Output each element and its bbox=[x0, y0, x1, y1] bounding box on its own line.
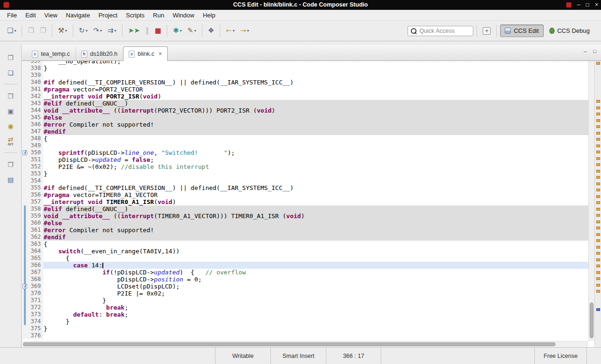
git-staging-button[interactable]: ⇄GIT bbox=[4, 135, 18, 147]
menu-view[interactable]: View bbox=[40, 11, 62, 20]
annotation-ruler-cell[interactable] bbox=[22, 184, 28, 191]
code-line[interactable]: void __attribute__ ((interrupt(PORT2_VEC… bbox=[43, 107, 588, 114]
annotation-ruler-cell[interactable] bbox=[22, 100, 28, 107]
code-line[interactable]: #error Compiler not supported! bbox=[43, 121, 588, 128]
code-line[interactable]: sprintf(pDispLCD->line_one, "Switched! "… bbox=[43, 149, 588, 156]
line-number[interactable]: 346 bbox=[28, 121, 43, 128]
line-number[interactable]: 369 bbox=[28, 283, 43, 290]
minimize-window-button[interactable]: – bbox=[577, 0, 580, 10]
warning-marker-icon[interactable] bbox=[596, 227, 600, 229]
quick-access-box[interactable] bbox=[408, 26, 473, 36]
annotation-ruler-cell[interactable] bbox=[22, 255, 28, 262]
menu-run[interactable]: Run bbox=[149, 11, 169, 20]
annotation-ruler-cell[interactable]: i bbox=[22, 283, 28, 290]
line-number[interactable]: 353 bbox=[28, 170, 43, 177]
code-line[interactable]: if(!pDispLCD->updated) { // overflow bbox=[43, 269, 588, 276]
warning-marker-icon[interactable] bbox=[596, 220, 600, 223]
quick-access-input[interactable] bbox=[419, 28, 466, 34]
line-number[interactable]: 339 bbox=[28, 72, 43, 79]
annotation-ruler-cell[interactable] bbox=[22, 241, 28, 248]
annotation-ruler-cell[interactable] bbox=[22, 86, 28, 93]
annotation-ruler-cell[interactable] bbox=[22, 177, 28, 184]
line-number[interactable]: 355 bbox=[28, 184, 43, 191]
annotation-ruler-cell[interactable] bbox=[22, 276, 28, 283]
console-button[interactable]: ▤ bbox=[4, 174, 18, 185]
annotation-ruler-cell[interactable] bbox=[22, 61, 28, 65]
back-nav-button[interactable]: ←▾ bbox=[223, 24, 237, 38]
perspective-ccs-edit[interactable]: CCS Edit bbox=[500, 24, 543, 37]
warning-marker-icon[interactable] bbox=[596, 125, 600, 128]
code-line[interactable] bbox=[43, 332, 588, 339]
close-icon[interactable]: × bbox=[159, 51, 162, 57]
annotation-ruler-cell[interactable] bbox=[22, 65, 28, 72]
annotation-ruler-cell[interactable] bbox=[22, 269, 28, 276]
code-line[interactable]: } bbox=[43, 318, 588, 325]
menu-help[interactable]: Help bbox=[199, 11, 220, 20]
warning-marker-icon[interactable] bbox=[596, 252, 600, 255]
chevron-down-icon[interactable]: ▾ bbox=[100, 29, 102, 33]
code-line[interactable]: #if defined(__TI_COMPILER_VERSION__) || … bbox=[43, 79, 588, 86]
perspective-ccs-debug[interactable]: CCS Debug bbox=[545, 24, 594, 37]
annotation-ruler-cell[interactable] bbox=[22, 332, 28, 339]
line-number[interactable]: 357 bbox=[28, 198, 43, 205]
annotation-ruler-cell[interactable] bbox=[22, 227, 28, 234]
new-target-button[interactable]: ✱▾ bbox=[170, 24, 184, 38]
info-marker-icon[interactable]: i bbox=[23, 150, 27, 155]
annotation-ruler-cell[interactable] bbox=[22, 248, 28, 255]
warning-marker-icon[interactable] bbox=[596, 62, 600, 65]
refresh-button[interactable]: ↻▾ bbox=[77, 24, 90, 38]
menu-window[interactable]: Window bbox=[169, 11, 199, 20]
stop-button[interactable]: ■ bbox=[152, 24, 163, 38]
bulb-button[interactable]: ◉ bbox=[4, 120, 18, 132]
annotation-ruler-cell[interactable] bbox=[22, 198, 28, 205]
code-line[interactable] bbox=[43, 142, 588, 149]
line-number[interactable]: 340 bbox=[28, 79, 43, 86]
line-number[interactable]: 358 bbox=[28, 205, 43, 212]
line-number[interactable]: 347 bbox=[28, 128, 43, 135]
line-number[interactable]: 349 bbox=[28, 142, 43, 149]
annotation-ruler-cell[interactable] bbox=[22, 220, 28, 227]
code-line[interactable]: P2IE &= ~(0x02); //disable this interrup… bbox=[43, 163, 588, 170]
close-window-button[interactable]: × bbox=[595, 0, 598, 10]
line-number[interactable]: 352 bbox=[28, 163, 43, 170]
annotation-ruler-cell[interactable] bbox=[22, 290, 28, 297]
code-line[interactable]: P2IE |= 0x02; bbox=[43, 290, 588, 297]
warning-marker-icon[interactable] bbox=[596, 157, 600, 160]
warning-marker-icon[interactable] bbox=[596, 246, 600, 249]
code-line[interactable]: #pragma vector=TIMER0_A1_VECTOR bbox=[43, 191, 588, 198]
chevron-down-icon[interactable]: ▾ bbox=[65, 29, 67, 33]
menu-edit[interactable]: Edit bbox=[21, 11, 40, 20]
tab-tea_temp.c[interactable]: ctea_temp.c bbox=[26, 47, 76, 61]
code-line[interactable]: #if defined(__TI_COMPILER_VERSION__) || … bbox=[43, 184, 588, 191]
line-number[interactable]: 368 bbox=[28, 276, 43, 283]
warning-marker-icon[interactable] bbox=[596, 290, 600, 293]
warning-marker-icon[interactable] bbox=[596, 163, 600, 166]
annotation-ruler-cell[interactable] bbox=[22, 297, 28, 304]
code-line[interactable]: default: break; bbox=[43, 311, 588, 318]
annotation-ruler-cell[interactable] bbox=[22, 114, 28, 121]
warning-marker-icon[interactable] bbox=[596, 258, 600, 261]
line-number[interactable]: 366 bbox=[28, 262, 43, 269]
warning-marker-icon[interactable] bbox=[596, 113, 600, 115]
fast-forward-button[interactable]: ➤➤ bbox=[126, 24, 142, 38]
code-line[interactable]: switch(__even_in_range(TA0IV,14)) bbox=[43, 248, 588, 255]
warning-marker-icon[interactable] bbox=[596, 100, 600, 103]
chevron-down-icon[interactable]: ▾ bbox=[247, 29, 249, 33]
line-number[interactable]: 375 bbox=[28, 325, 43, 332]
annotation-ruler-cell[interactable] bbox=[22, 72, 28, 79]
tab-blink.c[interactable]: cblink.c× bbox=[123, 46, 167, 61]
line-number[interactable]: 343 bbox=[28, 100, 43, 107]
menu-scripts[interactable]: Scripts bbox=[122, 11, 149, 20]
annotation-ruler-cell[interactable] bbox=[22, 79, 28, 86]
new-wizard-button[interactable]: ❏▾ bbox=[5, 24, 18, 38]
line-number[interactable]: 367 bbox=[28, 269, 43, 276]
line-number[interactable]: 351 bbox=[28, 156, 43, 163]
views-grid-button[interactable]: ❖ bbox=[206, 24, 216, 38]
line-number[interactable]: 354 bbox=[28, 177, 43, 184]
tab-ds18b20.h[interactable]: hds18b20.h bbox=[76, 47, 123, 61]
line-number[interactable]: 373 bbox=[28, 311, 43, 318]
code-line[interactable]: break; bbox=[43, 304, 588, 311]
build-hammer-button[interactable]: ⚒▾ bbox=[55, 24, 69, 38]
line-number[interactable]: 363 bbox=[28, 241, 43, 248]
annotation-ruler-cell[interactable] bbox=[22, 311, 28, 318]
